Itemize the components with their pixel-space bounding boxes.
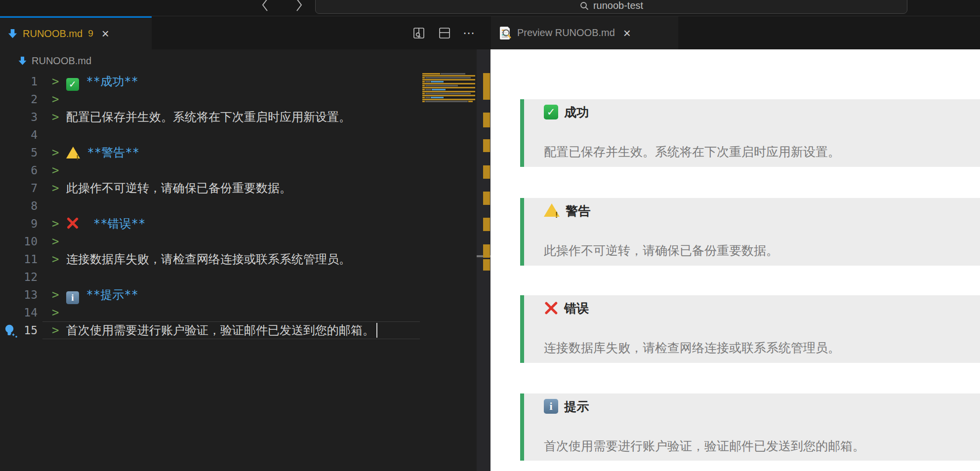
editor-line[interactable]: 8xxxxxxxxxxxxxxxxxxxxxxxx bbox=[0, 197, 477, 215]
line-content: > 连接数据库失败，请检查网络连接或联系系统管理员。 bbox=[52, 250, 351, 268]
editor-line[interactable]: 7> 此操作不可逆转，请确保已备份重要数据。 bbox=[0, 179, 477, 197]
cross-emoji-icon bbox=[66, 217, 79, 230]
editor-line[interactable]: 9> **错误** bbox=[0, 215, 477, 233]
editor-line[interactable]: 15> 首次使用需要进行账户验证，验证邮件已发送到您的邮箱。xxxxxxxxxx… bbox=[0, 321, 477, 339]
markdown-file-icon bbox=[7, 28, 18, 39]
breadcrumb[interactable]: RUNOOB.md bbox=[0, 49, 91, 72]
text-cursor bbox=[376, 323, 377, 338]
editor-line[interactable]: 10> xxxxxxxxxxxxxxxxxxxxxxxx bbox=[0, 233, 477, 250]
editor-line[interactable]: 2> xxxxxxxxxxxxxxxxxxxxxxxx bbox=[0, 90, 477, 108]
alert-title-text: 警告 bbox=[566, 202, 590, 220]
alert-title-text: 错误 bbox=[564, 299, 589, 317]
code-token: > bbox=[52, 146, 66, 159]
line-content: > **警告** bbox=[52, 144, 139, 161]
open-preview-side-button[interactable] bbox=[411, 26, 426, 40]
alert-title: 错误 bbox=[544, 299, 589, 317]
breadcrumb-label: RUNOOB.md bbox=[32, 55, 91, 67]
code-token: **提示** bbox=[79, 288, 138, 302]
line-content: > 此操作不可逆转，请确保已备份重要数据。 bbox=[52, 179, 291, 197]
editor-line[interactable]: 11> 连接数据库失败，请检查网络连接或联系系统管理员。 bbox=[0, 250, 477, 268]
more-actions-button[interactable]: ⋯ bbox=[463, 26, 476, 40]
editor-line[interactable]: 13> **提示** bbox=[0, 286, 477, 304]
line-number: 3 bbox=[0, 108, 38, 126]
alert-blockquote: 错误连接数据库失败，请检查网络连接或联系系统管理员。 bbox=[520, 295, 980, 363]
tab-preview-runoob-md[interactable]: Preview RUNOOB.md × bbox=[491, 16, 679, 49]
navigate-back-button[interactable] bbox=[259, 0, 272, 13]
line-number: 9 bbox=[0, 215, 38, 233]
warning-ruler-mark bbox=[483, 259, 490, 271]
overview-ruler[interactable] bbox=[477, 49, 490, 471]
warn-emoji-icon bbox=[544, 203, 560, 217]
split-editor-button[interactable] bbox=[437, 26, 452, 40]
line-content: > 配置已保存并生效。系统将在下次重启时应用新设置。 bbox=[52, 108, 351, 126]
cross-emoji-icon bbox=[544, 301, 558, 315]
line-number: 11 bbox=[0, 250, 38, 268]
tab-label: Preview RUNOOB.md bbox=[517, 27, 615, 39]
tab-runoob-md[interactable]: RUNOOB.md 9 × bbox=[0, 16, 152, 49]
warn-emoji-icon bbox=[66, 147, 80, 158]
editor-line[interactable]: 6> xxxxxxxxxxxxxxxxxxxxxxxx bbox=[0, 161, 477, 179]
code-token: **警告** bbox=[80, 146, 139, 159]
alert-body-text: 配置已保存并生效。系统将在下次重启时应用新设置。 bbox=[544, 143, 840, 160]
line-content: > **提示** bbox=[52, 286, 138, 304]
search-icon bbox=[579, 1, 589, 11]
editor-line[interactable]: 5> **警告** bbox=[0, 144, 477, 161]
command-center-search[interactable]: runoob-test bbox=[315, 0, 907, 14]
info-emoji-icon bbox=[66, 291, 79, 304]
code-token: 首次使用需要进行账户验证，验证邮件已发送到您的邮箱。 bbox=[66, 323, 374, 337]
alert-body-text: 连接数据库失败，请检查网络连接或联系系统管理员。 bbox=[544, 339, 840, 356]
warning-ruler-mark bbox=[483, 113, 490, 127]
warning-squiggle: xxxxxxxxxxxxxxxxxxxxxxxx bbox=[66, 86, 154, 90]
code-token: > bbox=[52, 163, 66, 177]
alert-title: 提示 bbox=[544, 397, 589, 415]
line-number: 7 bbox=[0, 179, 38, 197]
editor-line[interactable]: 1> **成功**xxxxxxxxxxxxxxxxxxxxxxxx bbox=[0, 73, 477, 90]
line-number: 13 bbox=[0, 286, 38, 304]
markdown-preview-pane[interactable]: 成功配置已保存并生效。系统将在下次重启时应用新设置。警告此操作不可逆转，请确保已… bbox=[490, 49, 980, 471]
code-action-lightbulb[interactable] bbox=[3, 323, 18, 338]
warning-ruler-mark bbox=[483, 139, 490, 152]
editor-line[interactable]: 12xxxxxxxxxxxxxxxxxxxxxxxx bbox=[0, 268, 477, 286]
problems-badge: 9 bbox=[88, 28, 93, 39]
code-token: > bbox=[52, 110, 66, 124]
close-tab-button[interactable]: × bbox=[623, 27, 631, 39]
alert-title-text: 成功 bbox=[564, 103, 589, 121]
navigate-forward-button[interactable] bbox=[292, 0, 305, 13]
line-content: > bbox=[52, 90, 66, 108]
alert-blockquote: 提示首次使用需要进行账户验证，验证邮件已发送到您的邮箱。 bbox=[520, 393, 980, 461]
alert-blockquote: 警告此操作不可逆转，请确保已备份重要数据。 bbox=[520, 198, 980, 266]
tab-label: RUNOOB.md bbox=[23, 28, 82, 39]
editor-pane[interactable]: RUNOOB.md 1> **成功**xxxxxxxxxxxxxxxxxxxxx… bbox=[0, 49, 490, 471]
code-token: > bbox=[52, 92, 66, 106]
line-content: > **错误** bbox=[52, 215, 146, 233]
code-token: > bbox=[52, 252, 66, 266]
code-token: > bbox=[52, 217, 66, 231]
markdown-file-icon bbox=[17, 56, 28, 66]
line-number: 6 bbox=[0, 161, 38, 179]
line-number: 5 bbox=[0, 144, 38, 161]
lightbulb-sparkle-icon bbox=[3, 323, 18, 338]
line-number: 4 bbox=[0, 126, 38, 144]
alert-blockquote: 成功配置已保存并生效。系统将在下次重启时应用新设置。 bbox=[520, 99, 980, 167]
editor-line[interactable]: 4xxxxxxxxxxxxxxxxxxxxxxxx bbox=[0, 126, 477, 144]
editor-line[interactable]: 14> xxxxxxxxxxxxxxxxxxxxxxxx bbox=[0, 304, 477, 321]
chevron-right-icon bbox=[292, 0, 305, 13]
warning-ruler-mark bbox=[483, 192, 490, 205]
warning-squiggle: xxxxxxxxxxxxxxxxxxxxxxxx bbox=[362, 335, 375, 339]
minimap[interactable] bbox=[422, 73, 476, 102]
preview-tab-bar: Preview RUNOOB.md × bbox=[490, 16, 980, 49]
close-tab-button[interactable]: × bbox=[102, 27, 109, 40]
alert-title-text: 提示 bbox=[564, 397, 589, 415]
warning-ruler-mark bbox=[483, 218, 490, 231]
warning-ruler-mark bbox=[483, 244, 490, 258]
line-number: 8 bbox=[0, 197, 38, 215]
code-token: **错误** bbox=[79, 217, 146, 231]
line-content: > bbox=[52, 233, 66, 250]
code-token: 配置已保存并生效。系统将在下次重启时应用新设置。 bbox=[66, 110, 351, 124]
markdown-preview-icon bbox=[498, 25, 513, 41]
editor-line[interactable]: 3> 配置已保存并生效。系统将在下次重启时应用新设置。 bbox=[0, 108, 477, 126]
editor-tab-bar: RUNOOB.md 9 × ⋯ bbox=[0, 16, 490, 49]
code-token: > bbox=[52, 323, 66, 337]
code-token: > bbox=[52, 181, 66, 195]
alert-body-text: 首次使用需要进行账户验证，验证邮件已发送到您的邮箱。 bbox=[544, 437, 865, 455]
